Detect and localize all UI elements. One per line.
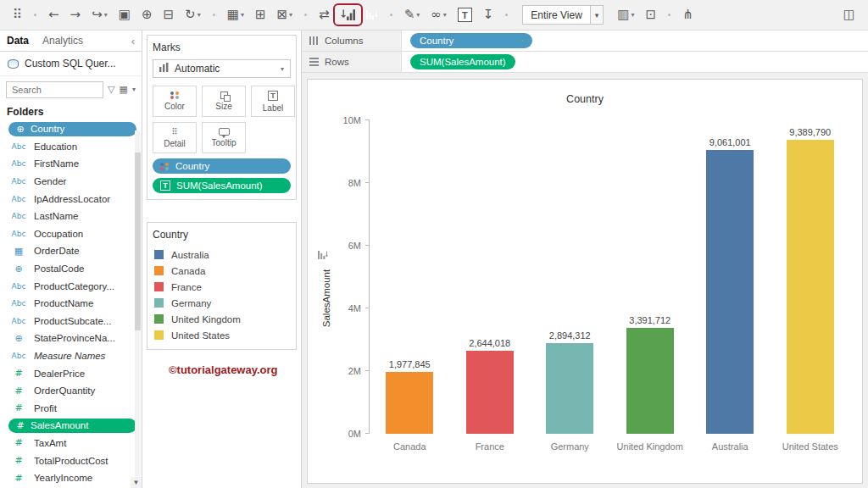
field-row-productname[interactable]: AbcProductName [0, 295, 142, 313]
field-row-postalcode[interactable]: ⊕PostalCode [0, 260, 142, 278]
field-label: OrderQuantity [34, 385, 95, 396]
abc-field-icon: Abc [8, 352, 29, 360]
show-hide-cards-button[interactable]: ▥▾ [613, 7, 638, 23]
scroll-down-icon[interactable]: ▼ [131, 477, 142, 488]
field-row-ipaddresslocator[interactable]: AbcIpAddressLocator [0, 190, 142, 208]
fit-selector[interactable]: Entire View▾ [522, 5, 604, 25]
mark-type-dropdown[interactable]: Automatic ▾ [153, 59, 291, 78]
show-me-icon: ◫ [843, 8, 855, 21]
field-row-firstname[interactable]: AbcFirstName [0, 155, 142, 173]
axis-sort-icon[interactable] [318, 250, 328, 262]
marks-button-color[interactable]: Color [153, 86, 197, 117]
bar-germany[interactable] [546, 343, 593, 434]
field-row-education[interactable]: AbcEducation [0, 138, 142, 156]
legend-item-germany[interactable]: Germany [153, 295, 291, 311]
field-row-profit[interactable]: #Profit [0, 400, 142, 418]
field-row-country[interactable]: ⊕Country [0, 120, 142, 138]
group-members-button[interactable]: ∞▾ [426, 7, 451, 23]
scrollbar-thumb[interactable] [135, 152, 141, 330]
field-row-occupation[interactable]: AbcOccupation [0, 225, 142, 243]
save-button[interactable]: ▣ [114, 7, 135, 23]
y-axis-title[interactable]: SalesAmount [321, 269, 331, 327]
tab-analytics[interactable]: Analytics [42, 35, 83, 47]
marks-pill-country[interactable]: Country [153, 158, 291, 174]
bar-france[interactable] [466, 351, 514, 434]
field-label: Measure Names [34, 351, 105, 361]
legend-item-united-states[interactable]: United States [153, 327, 291, 343]
refresh-button[interactable]: ↻▾ [181, 7, 205, 23]
redo-icon: → [70, 8, 81, 21]
field-row-measure-names[interactable]: AbcMeasure Names [0, 347, 142, 365]
rows-shelf[interactable]: Rows SUM(SalesAmount) [302, 52, 868, 73]
sort-ascending-button[interactable] [337, 7, 359, 23]
legend-item-france[interactable]: France [153, 279, 291, 295]
duplicate-button[interactable]: ⊞ [251, 7, 270, 23]
view-options-icon[interactable]: ▦ [120, 84, 128, 95]
presentation-mode-button[interactable]: ⊡ [642, 7, 661, 23]
share-button[interactable]: ⋔ [678, 7, 698, 23]
columns-shelf-pill[interactable]: Country [410, 33, 532, 48]
new-datasource-button[interactable]: ⊕ [137, 7, 157, 23]
undo-button[interactable]: ← [44, 7, 64, 23]
clear-sheet-button[interactable]: ⊠▾ [272, 7, 297, 23]
legend-item-australia[interactable]: Australia [153, 247, 291, 263]
chevron-down-icon[interactable]: ▾ [132, 86, 136, 93]
legend-item-united-kingdom[interactable]: United Kingdom [153, 311, 291, 327]
legend-item-canada[interactable]: Canada [153, 263, 291, 279]
collapse-pane-icon[interactable]: ‹ [131, 35, 135, 47]
bar-australia[interactable] [706, 150, 754, 434]
size-icon [220, 92, 228, 99]
marks-buttons-row1: ColorSizeTLabel [153, 86, 291, 117]
bar-canada[interactable] [386, 372, 433, 434]
num-field-icon: # [8, 385, 29, 396]
marks-button-label: Size [215, 102, 231, 111]
columns-shelf[interactable]: Columns Country [302, 30, 868, 52]
tab-data[interactable]: Data [7, 35, 29, 47]
field-row-gender[interactable]: AbcGender [0, 173, 142, 191]
marks-button-tooltip[interactable]: Tooltip [202, 122, 246, 153]
database-icon [8, 59, 19, 69]
show-mark-labels-button[interactable]: T [453, 6, 476, 24]
folders-header[interactable]: Folders [0, 103, 142, 120]
field-row-orderdate[interactable]: ▦OrderDate [0, 242, 142, 260]
tableau-logo[interactable]: ⠿ [8, 7, 26, 23]
swap-axes-button[interactable]: ⇄ [314, 7, 334, 23]
field-row-totalproductcost[interactable]: #TotalProductCost [0, 452, 142, 469]
field-row-productsubcate[interactable]: AbcProductSubcate... [0, 313, 142, 330]
field-label: YearlyIncome [34, 473, 92, 483]
marks-button-detail[interactable]: ⠿Detail [153, 122, 197, 153]
marks-button-size[interactable]: Size [202, 86, 246, 117]
new-worksheet-icon: ▦ [227, 8, 239, 21]
field-row-productcategory[interactable]: AbcProductCategory... [0, 277, 142, 295]
redo-button[interactable]: → [66, 7, 86, 23]
field-row-stateprovincena[interactable]: ⊕StateProvinceNa... [0, 330, 142, 347]
search-box[interactable] [6, 81, 103, 98]
highlight-button[interactable]: ✎▾ [400, 7, 425, 23]
bar-united-kingdom[interactable] [626, 328, 674, 434]
field-row-orderquantity[interactable]: #OrderQuantity [0, 382, 142, 400]
field-label: ProductName [34, 298, 93, 308]
field-row-yearlyincome[interactable]: #YearlyIncome [0, 469, 142, 487]
bar-united-states[interactable] [787, 140, 834, 434]
filter-icon[interactable]: ▽ [108, 84, 114, 95]
search-input[interactable] [12, 85, 97, 95]
pane-scrollbar[interactable] [135, 130, 141, 476]
y-tick-label: 10M [326, 115, 361, 125]
marks-button-label[interactable]: TLabel [251, 86, 295, 117]
field-row-dealerprice[interactable]: #DealerPrice [0, 364, 142, 382]
undo-icon: ← [48, 8, 59, 21]
datasource-row[interactable]: Custom SQL Quer... [0, 52, 142, 76]
pause-updates-button[interactable]: ⊟ [159, 7, 179, 23]
new-worksheet-button[interactable]: ▦▾ [223, 7, 248, 23]
marks-pill-sum-salesamount[interactable]: TSUM(SalesAmount) [153, 178, 291, 193]
field-row-taxamt[interactable]: #TaxAmt [0, 435, 142, 452]
rows-shelf-pill[interactable]: SUM(SalesAmount) [410, 54, 515, 69]
show-me-button[interactable]: ◫ [839, 7, 860, 23]
label-icon: T [268, 91, 278, 101]
field-label: Gender [34, 176, 66, 186]
sort-descending-button[interactable] [362, 8, 382, 21]
field-row-lastname[interactable]: AbcLastName [0, 208, 142, 225]
replay-button[interactable]: ↪▾ [87, 7, 112, 23]
fix-axes-button[interactable]: ↧ [479, 7, 498, 23]
field-row-salesamount[interactable]: #SalesAmount [0, 417, 142, 435]
